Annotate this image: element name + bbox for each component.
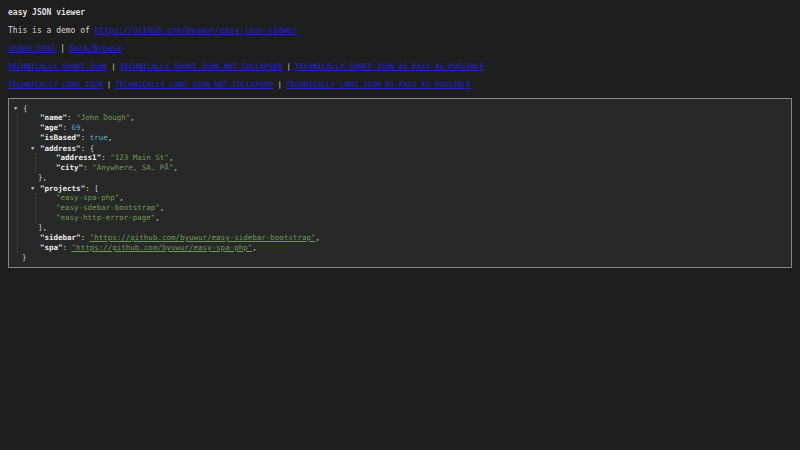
nav-link-index[interactable]: index.html <box>8 44 56 53</box>
json-string: "123 Main St" <box>110 153 169 162</box>
json-key: "projects" <box>40 184 85 193</box>
json-boolean: true <box>90 133 108 142</box>
json-punct: , <box>108 133 113 142</box>
collapse-caret-icon[interactable]: ▼ <box>31 183 36 193</box>
json-line: ▼"projects": [ <box>9 183 791 193</box>
nav-link-short-json-not-collapsed[interactable]: TECHNICALLY SHORT JSON NOT COLLAPSED <box>120 62 283 71</box>
json-key: "age" <box>40 123 63 132</box>
json-punct: , <box>130 113 135 122</box>
nav-link-back-browse[interactable]: Back/Browse <box>69 44 122 53</box>
json-punct: , <box>160 203 165 212</box>
json-line: ], <box>9 223 791 233</box>
nav-link-long-json-easy[interactable]: TECHNICALLY LONG JSON AS EASY AS POSSIBL… <box>286 80 471 89</box>
json-string: "easy-http-error-page" <box>56 213 155 222</box>
json-punct: { <box>23 104 28 113</box>
nav-link-short-json[interactable]: TECHNICALLY SHORT JSON <box>8 62 107 71</box>
json-punct: , <box>81 123 86 132</box>
json-tree: ▼{"name": "John Dough","age": 69,"isBase… <box>9 103 791 263</box>
json-punct: : <box>101 153 110 162</box>
json-punct: , <box>315 233 320 242</box>
json-punct: : <box>81 233 90 242</box>
json-string: "Anywhere, SA. PÅ" <box>92 163 173 172</box>
collapse-caret-icon[interactable]: ▼ <box>14 103 19 113</box>
tree-guide <box>35 153 36 173</box>
json-punct: : <box>63 123 72 132</box>
json-punct: , <box>119 193 124 202</box>
json-key: "address" <box>40 144 81 153</box>
json-line: } <box>9 253 791 263</box>
json-punct: : <box>81 133 90 142</box>
json-key: "name" <box>40 113 67 122</box>
nav-link-long-json-not-collapsed[interactable]: TECHNICALLY LONG JSON NOT COLLAPSED <box>115 80 273 89</box>
page: easy JSON viewer This is a demo of https… <box>8 8 792 268</box>
nav-row-long-json: TECHNICALLY LONG JSON|TECHNICALLY LONG J… <box>8 80 792 90</box>
nav-link-short-json-easy[interactable]: TECHNICALLY SHORT JSON AS EASY AS POSSIB… <box>295 62 485 71</box>
json-line: "easy-spa-php", <box>9 193 791 203</box>
tree-guide <box>35 193 36 223</box>
json-line: "address1": "123 Main St", <box>9 153 791 163</box>
json-punct: , <box>155 213 160 222</box>
json-string: "John Dough" <box>76 113 130 122</box>
nav-link-long-json[interactable]: TECHNICALLY LONG JSON <box>8 80 103 89</box>
json-punct: : <box>67 113 76 122</box>
json-line: "city": "Anywhere, SA. PÅ", <box>9 163 791 173</box>
separator: | <box>286 62 291 71</box>
separator: | <box>111 62 116 71</box>
json-key: "address1" <box>56 153 101 162</box>
json-key: "city" <box>56 163 83 172</box>
nav-row-short-json: TECHNICALLY SHORT JSON|TECHNICALLY SHORT… <box>8 62 792 72</box>
json-punct: , <box>173 163 178 172</box>
json-line: ▼{ <box>9 103 791 113</box>
json-punct: : <box>63 243 72 252</box>
separator: | <box>107 80 112 89</box>
json-punct: { <box>90 144 95 153</box>
json-punct: : <box>81 144 90 153</box>
json-line: ▼"address": { <box>9 143 791 153</box>
json-line: }, <box>9 173 791 183</box>
json-key: "sidebar" <box>40 233 81 242</box>
json-string: "easy-spa-php" <box>56 193 119 202</box>
separator: | <box>277 80 282 89</box>
page-title: easy JSON viewer <box>8 8 792 18</box>
json-punct: : <box>85 184 94 193</box>
json-line: "spa": "https://github.com/byuwur/easy-s… <box>9 243 791 253</box>
json-line: "name": "John Dough", <box>9 113 791 123</box>
json-line: "isBased": true, <box>9 133 791 143</box>
tree-guide <box>17 113 18 253</box>
json-string: "easy-sdebar-bootstrap" <box>56 203 160 212</box>
json-viewer-panel: ▼{"name": "John Dough","age": 69,"isBase… <box>8 98 792 268</box>
collapse-caret-icon[interactable]: ▼ <box>31 143 36 153</box>
json-line: "age": 69, <box>9 123 791 133</box>
intro-line: This is a demo of https://github.com/byu… <box>8 26 792 36</box>
json-punct: , <box>252 243 257 252</box>
separator: | <box>60 44 65 53</box>
json-punct: , <box>169 153 174 162</box>
json-link[interactable]: "https://github.com/byuwur/easy-sidebar-… <box>90 233 316 242</box>
json-key: "isBased" <box>40 133 81 142</box>
json-key: "spa" <box>40 243 63 252</box>
json-punct: }, <box>38 173 47 182</box>
json-punct: : <box>83 163 92 172</box>
json-link[interactable]: "https://github.com/byuwur/easy-spa-php" <box>72 243 253 252</box>
json-line: "easy-http-error-page", <box>9 213 791 223</box>
json-line: "sidebar": "https://github.com/byuwur/ea… <box>9 233 791 243</box>
json-punct: [ <box>94 184 99 193</box>
intro-text: This is a demo of <box>8 26 95 35</box>
json-punct: ], <box>38 223 47 232</box>
json-punct: } <box>22 253 27 262</box>
nav-row-files: index.html|Back/Browse <box>8 44 792 54</box>
json-number: 69 <box>72 123 81 132</box>
json-line: "easy-sdebar-bootstrap", <box>9 203 791 213</box>
repo-link[interactable]: https://github.com/byuwur/easy-json-view… <box>95 26 297 35</box>
